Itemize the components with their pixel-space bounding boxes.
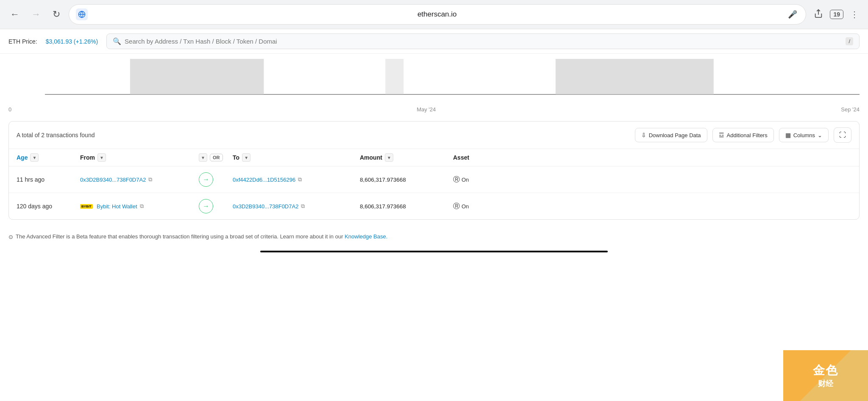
to-filter-icon[interactable]: ▼ [242, 153, 250, 162]
direction-filter-icon[interactable]: ▼ [199, 153, 207, 162]
reload-button[interactable]: ↻ [49, 7, 64, 22]
copy-to-icon-2[interactable]: ⧉ [301, 203, 305, 210]
col-header-asset: Asset [453, 153, 504, 162]
cell-from-1: 0x3D2B9340...738F0D7A2 ⧉ [80, 176, 199, 183]
bybit-badge: BYBIT [80, 204, 93, 209]
browser-actions: 19 ⋮ [811, 6, 861, 23]
additional-filters-button[interactable]: ☲ Additional Filters [712, 128, 774, 142]
cell-age-2: 120 days ago [17, 203, 80, 210]
chart-zero-label: 0 [8, 106, 11, 113]
url-text[interactable]: etherscan.io [92, 10, 782, 19]
chart-labels: 0 May '24 Sep '24 [0, 105, 868, 114]
arrow-circle-2: → [199, 199, 213, 213]
watermark-text: 金色 财经 [813, 362, 838, 389]
page-content: ETH Price: $3,061.93 (+1.26%) 🔍 / 0 May … [0, 29, 868, 401]
col-header-to: To ▼ [233, 153, 360, 162]
watermark-overlay: 金色 财经 [783, 350, 868, 401]
chevron-down-icon: ⌄ [818, 132, 822, 138]
search-input[interactable] [125, 38, 842, 45]
asset-label-2: On [462, 203, 469, 210]
asset-label-1: On [462, 177, 469, 183]
filters-btn-label: Additional Filters [727, 132, 768, 138]
amount-filter-icon[interactable]: ▼ [385, 153, 393, 162]
cell-amount-2: 8,606,317.973668 [360, 203, 453, 210]
svg-rect-4 [130, 59, 264, 94]
scroll-indicator [260, 251, 607, 252]
columns-btn-label: Columns [793, 132, 815, 138]
cell-to-1: 0xf4422Dd6...1D5156296 ⧉ [233, 176, 360, 183]
from-label: From [80, 154, 95, 161]
col-header-direction: ▼ OR [199, 153, 233, 162]
col-header-age: Age ▼ [17, 153, 80, 162]
download-icon: ⇩ [641, 132, 646, 138]
asset-icon-2: Ⓡ [453, 202, 460, 211]
table-row: 11 hrs ago 0x3D2B9340...738F0D7A2 ⧉ → 0x… [9, 166, 859, 193]
cell-direction-1: → [199, 172, 233, 187]
or-badge: OR [210, 154, 223, 161]
cell-asset-2: Ⓡ On [453, 202, 504, 211]
copy-to-icon-1[interactable]: ⧉ [298, 176, 302, 183]
asset-icon-1: Ⓡ [453, 175, 460, 184]
table-toolbar: A total of 2 transactions found ⇩ Downlo… [9, 122, 859, 149]
to-address-1[interactable]: 0xf4422Dd6...1D5156296 [233, 177, 295, 183]
from-address-2[interactable]: Bybit: Hot Wallet [97, 203, 137, 210]
eth-price-label: ETH Price: [8, 38, 37, 45]
table-row: 120 days ago BYBIT Bybit: Hot Wallet ⧉ →… [9, 193, 859, 219]
chart-end-label: Sep '24 [841, 106, 860, 113]
beta-icon: ⊙ [8, 233, 13, 241]
tab-count[interactable]: 19 [830, 10, 843, 19]
translate-icon [76, 8, 88, 20]
svg-rect-5 [385, 59, 403, 94]
footer-note-text: The Advanced Filter is a Beta feature th… [16, 233, 343, 240]
search-bar[interactable]: 🔍 / [106, 33, 860, 49]
address-bar: etherscan.io 🎤 [69, 4, 806, 25]
filter-icon: ☲ [719, 132, 724, 138]
copy-from-icon-1[interactable]: ⧉ [148, 176, 152, 183]
age-label: Age [17, 154, 28, 161]
cell-amount-1: 8,606,317.973668 [360, 177, 453, 183]
eth-price-bar: ETH Price: $3,061.93 (+1.26%) 🔍 / [0, 29, 868, 54]
browser-chrome: ← → ↻ etherscan.io 🎤 19 ⋮ [0, 0, 868, 29]
asset-label: Asset [453, 154, 469, 161]
eth-price-value: $3,061.93 (+1.26%) [46, 38, 98, 45]
transactions-table-container: A total of 2 transactions found ⇩ Downlo… [8, 121, 860, 220]
download-page-data-button[interactable]: ⇩ Download Page Data [635, 128, 707, 142]
from-address-1[interactable]: 0x3D2B9340...738F0D7A2 [80, 177, 146, 183]
cell-direction-2: → [199, 199, 233, 213]
expand-button[interactable]: ⛶ [834, 127, 851, 143]
col-header-from: From ▼ [80, 153, 199, 162]
share-button[interactable] [811, 6, 826, 23]
total-text: A total of 2 transactions found [17, 132, 630, 138]
to-label: To [233, 154, 239, 161]
footer-note: ⊙ The Advanced Filter is a Beta feature … [0, 227, 868, 247]
svg-rect-6 [556, 59, 714, 94]
menu-button[interactable]: ⋮ [848, 7, 861, 22]
search-icon: 🔍 [113, 37, 121, 45]
mic-icon[interactable]: 🎤 [786, 8, 799, 21]
chart-mid-label: May '24 [417, 106, 436, 113]
cell-from-2: BYBIT Bybit: Hot Wallet ⧉ [80, 203, 199, 210]
knowledge-base-link[interactable]: Knowledge Base. [345, 233, 387, 240]
from-filter-icon[interactable]: ▼ [97, 153, 106, 162]
cell-asset-1: Ⓡ On [453, 175, 504, 184]
download-btn-label: Download Page Data [649, 132, 701, 138]
forward-button[interactable]: → [28, 7, 44, 22]
columns-button[interactable]: ▦ Columns ⌄ [779, 128, 829, 142]
col-header-amount: Amount ▼ [360, 153, 453, 162]
to-address-2[interactable]: 0x3D2B9340...738F0D7A2 [233, 203, 298, 210]
cell-to-2: 0x3D2B9340...738F0D7A2 ⧉ [233, 203, 360, 210]
back-button[interactable]: ← [7, 7, 23, 22]
copy-from-icon-2[interactable]: ⧉ [140, 203, 144, 210]
slash-badge: / [846, 37, 853, 45]
amount-label: Amount [360, 154, 382, 161]
column-headers: Age ▼ From ▼ ▼ OR To ▼ Amount ▼ Asset [9, 149, 859, 166]
arrow-circle-1: → [199, 172, 213, 187]
chart-area [0, 54, 868, 105]
columns-icon: ▦ [785, 132, 791, 138]
cell-age-1: 11 hrs ago [17, 176, 80, 183]
chart-svg [8, 54, 860, 105]
age-filter-icon[interactable]: ▼ [30, 153, 39, 162]
